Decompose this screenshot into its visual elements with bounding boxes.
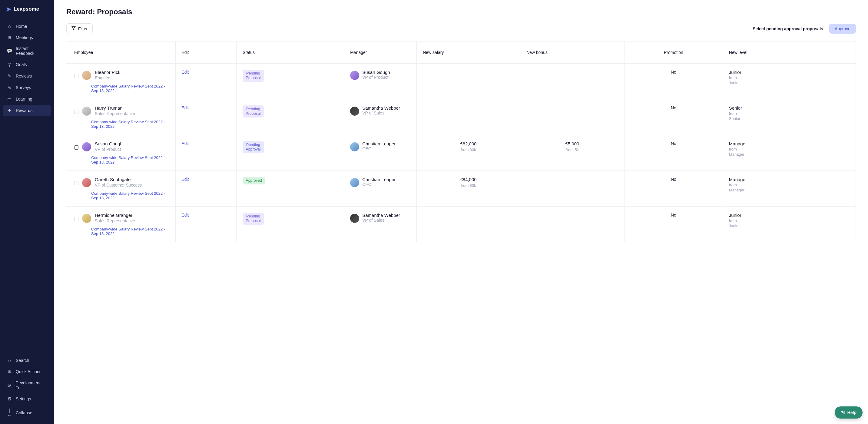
employee-avatar xyxy=(82,142,91,151)
sidebar-nav: ⌂Home 🗓Meetings 💬Instant Feedback ◎Goals… xyxy=(0,18,54,119)
sidebar-item-collapse[interactable]: |←Collapse xyxy=(3,404,51,421)
manager-name: Christian Leaper xyxy=(362,141,396,146)
new-level-value: Manager xyxy=(729,177,849,182)
edit-link[interactable]: Edit xyxy=(182,141,189,146)
level-from-label: from xyxy=(729,147,849,151)
manager-name: Samantha Webber xyxy=(362,105,400,111)
row-checkbox[interactable] xyxy=(74,217,79,221)
table-row: Harry Truman Sales Representative Compan… xyxy=(66,99,856,135)
home-icon: ⌂ xyxy=(7,24,12,29)
level-from-label: from xyxy=(729,75,849,80)
table-row: Susan Gough VP of Product Company-wide S… xyxy=(66,135,856,171)
table-row: Eleanor Pick Engineer Company-wide Salar… xyxy=(66,64,856,99)
level-from-value: Junior xyxy=(729,223,849,228)
sidebar-item-goals[interactable]: ◎Goals xyxy=(3,59,51,70)
sidebar-item-settings[interactable]: ⚙Settings xyxy=(3,393,51,404)
sidebar-item-label: Learning xyxy=(16,97,32,101)
review-cycle-link[interactable]: Company-wide Salary Review Sept 2022 - S… xyxy=(74,155,169,164)
employee-name: Harry Truman xyxy=(95,105,135,111)
review-cycle-link[interactable]: Company-wide Salary Review Sept 2022 - S… xyxy=(74,227,169,236)
status-badge: PendingProposal xyxy=(243,213,264,225)
main-content: Reward: Proposals Filter Select pending … xyxy=(54,0,868,424)
edit-link[interactable]: Edit xyxy=(182,105,189,110)
sidebar-item-search[interactable]: ⌕Search xyxy=(3,355,51,366)
sidebar-item-rewards[interactable]: ✦Rewards xyxy=(3,105,51,116)
col-new-salary: New salary xyxy=(417,41,520,64)
edit-link[interactable]: Edit xyxy=(182,70,189,74)
brand-mark-icon: ➤ xyxy=(6,5,11,13)
row-checkbox[interactable] xyxy=(74,74,79,78)
employee-name: Hermione Granger xyxy=(95,213,135,218)
sidebar-item-label: Reviews xyxy=(16,73,32,79)
sidebar-item-label: Collapse xyxy=(16,411,32,415)
filter-button-label: Filter xyxy=(78,26,88,31)
plus-circle-icon: ⊕ xyxy=(7,369,12,374)
review-cycle-link[interactable]: Company-wide Salary Review Sept 2022 - S… xyxy=(74,84,169,93)
sidebar-item-learning[interactable]: ▭Learning xyxy=(3,93,51,105)
employee-role: Sales Representative xyxy=(95,111,135,116)
sidebar-item-development-framework[interactable]: ⊛Development Fr... xyxy=(3,377,51,393)
search-icon: ⌕ xyxy=(7,358,12,363)
review-cycle-link[interactable]: Company-wide Salary Review Sept 2022 - S… xyxy=(74,191,169,200)
sidebar-item-label: Instant Feedback xyxy=(16,46,47,56)
promotion-value: No xyxy=(671,105,676,110)
edit-link[interactable]: Edit xyxy=(182,213,189,217)
calendar-icon: 🗓 xyxy=(7,35,12,40)
manager-role: VP of Product xyxy=(362,75,390,80)
row-checkbox[interactable] xyxy=(74,110,79,114)
employee-role: Sales Representative xyxy=(95,218,135,223)
salary-from: from 80k xyxy=(423,148,514,152)
manager-role: VP of Sales xyxy=(362,111,400,115)
review-cycle-link[interactable]: Company-wide Salary Review Sept 2022 - S… xyxy=(74,120,169,129)
help-button[interactable]: ?⃝ Help xyxy=(835,406,863,419)
globe-icon: ⊛ xyxy=(7,383,12,388)
level-from-value: Manager xyxy=(729,188,849,192)
sidebar-item-home[interactable]: ⌂Home xyxy=(3,21,51,32)
promotion-value: No xyxy=(671,70,676,74)
employee-name: Susan Gough xyxy=(95,141,123,146)
filter-button[interactable]: Filter xyxy=(66,23,93,34)
employee-name: Gareth Southgate xyxy=(95,177,142,182)
new-level-value: Junior xyxy=(729,70,849,75)
employee-role: VP of Customer Success xyxy=(95,183,142,187)
row-checkbox[interactable] xyxy=(74,181,79,185)
sidebar-item-quick-actions[interactable]: ⊕Quick Actions xyxy=(3,366,51,377)
help-icon: ?⃝ xyxy=(841,410,845,415)
sidebar-nav-bottom: ⌕Search ⊕Quick Actions ⊛Development Fr..… xyxy=(0,352,54,424)
manager-name: Samantha Webber xyxy=(362,213,400,218)
sidebar-item-meetings[interactable]: 🗓Meetings xyxy=(3,32,51,43)
new-level-value: Junior xyxy=(729,213,849,218)
sidebar-item-instant-feedback[interactable]: 💬Instant Feedback xyxy=(3,43,51,59)
collapse-icon: |← xyxy=(7,407,12,418)
select-pending-link[interactable]: Select pending approval proposals xyxy=(753,26,823,31)
sidebar-item-label: Search xyxy=(16,358,29,363)
manager-role: CEO xyxy=(362,182,396,187)
col-edit: Edit xyxy=(175,41,237,64)
level-from-label: from xyxy=(729,111,849,116)
target-icon: ◎ xyxy=(7,62,12,67)
sidebar-item-reviews[interactable]: ✎Reviews xyxy=(3,70,51,82)
proposals-table: Employee Edit Status Manager New salary … xyxy=(66,41,856,242)
status-badge: PendingApproval xyxy=(243,141,264,153)
row-checkbox[interactable] xyxy=(74,145,79,150)
salary-from: from 80k xyxy=(423,183,514,188)
chat-icon: 💬 xyxy=(7,48,12,54)
level-from-value: Manager xyxy=(729,152,849,157)
promotion-value: No xyxy=(671,141,676,146)
promotion-value: No xyxy=(671,213,676,217)
manager-avatar xyxy=(350,214,359,223)
employee-role: VP of Product xyxy=(95,147,123,152)
manager-role: CEO xyxy=(362,146,396,151)
col-status: Status xyxy=(237,41,344,64)
sidebar-item-surveys[interactable]: ∿Surveys xyxy=(3,82,51,93)
sidebar-item-label: Settings xyxy=(16,396,31,401)
edit-link[interactable]: Edit xyxy=(182,177,189,182)
sidebar-item-label: Development Fr... xyxy=(16,381,47,390)
bonus-from: from 5k xyxy=(526,148,618,152)
rocket-icon: ✦ xyxy=(7,108,12,113)
filter-icon xyxy=(71,26,76,31)
new-salary-value: €82,000 xyxy=(423,141,514,146)
gear-icon: ⚙ xyxy=(7,396,12,402)
approve-button[interactable]: Approve xyxy=(829,24,856,34)
level-from-label: from xyxy=(729,218,849,223)
